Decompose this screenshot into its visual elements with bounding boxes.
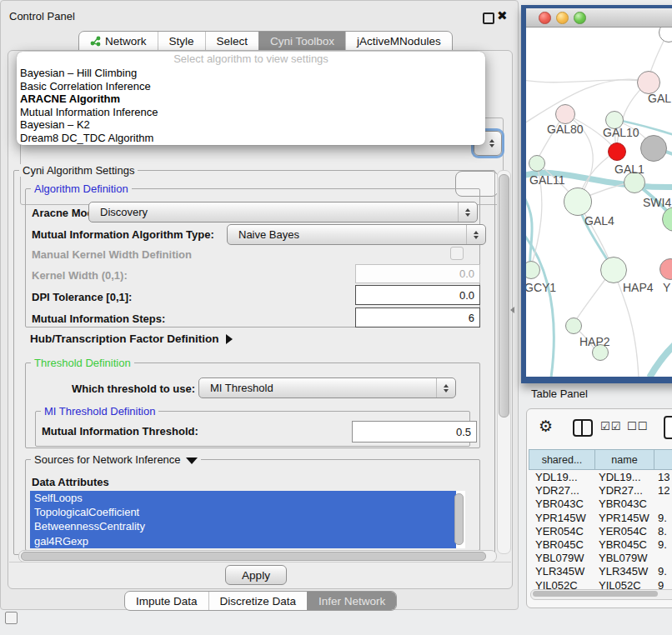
algorithm-option[interactable]: Bayesian – K2 (17, 118, 485, 132)
tab-discretize-data[interactable]: Discretize Data (208, 592, 308, 610)
table-cell[interactable]: 9. (654, 512, 672, 525)
attribute-item-selected[interactable]: BetweennessCentrality (30, 519, 456, 533)
settings-vertical-scrollbar[interactable] (497, 170, 511, 554)
table-cell[interactable] (654, 552, 672, 565)
table-cell[interactable]: 9. (654, 565, 672, 578)
kernel-width-input[interactable]: 0.0 (355, 264, 480, 283)
table-cell[interactable]: YPR145W (529, 512, 594, 525)
network-node[interactable] (555, 104, 575, 124)
combo-value: Naive Bayes (238, 228, 299, 241)
tab-label: Style (169, 35, 194, 48)
algorithm-option[interactable]: Bayesian – Hill Climbing (17, 67, 485, 80)
table-cell[interactable]: 9. (654, 538, 672, 552)
network-node[interactable] (565, 318, 582, 334)
table-row[interactable]: YBR043C YBR043C (529, 498, 672, 511)
table-cell[interactable]: YBL079W (594, 552, 654, 565)
network-node[interactable] (600, 257, 627, 283)
network-node[interactable] (529, 155, 545, 172)
which-threshold-select[interactable]: MI Threshold (198, 378, 456, 398)
dpi-tolerance-input[interactable]: 0.0 (355, 285, 480, 305)
tab-style[interactable]: Style (158, 32, 205, 51)
algorithm-definition-title: Algorithm Definition (31, 182, 132, 195)
collapse-down-icon[interactable] (186, 458, 198, 464)
algorithm-option[interactable]: Mutual Information Inference (17, 106, 485, 119)
table-cell[interactable]: YDR27... (594, 484, 654, 498)
table-row[interactable]: YDL19... YDL19... 13 (529, 471, 672, 484)
network-node[interactable] (640, 135, 667, 162)
tab-infer-network[interactable]: Infer Network (307, 592, 396, 610)
close-icon[interactable]: ✖ (497, 8, 508, 23)
hub-definition-expander[interactable]: Hub/Transcription Factor Definition (30, 332, 233, 345)
tab-jactivemnodules[interactable]: jActiveMNodules (345, 32, 452, 51)
table-cell[interactable]: YDL19... (594, 471, 654, 484)
screen: Control Panel ✖ Network Style Select Cyn… (0, 0, 672, 635)
table-cell[interactable]: YBL079W (529, 552, 594, 565)
network-window-titlebar[interactable] (526, 8, 672, 28)
column-header[interactable]: shared... (529, 449, 595, 470)
algorithm-option[interactable]: Dream8 DC_TDC Algorithm (17, 132, 485, 145)
table-cell[interactable] (654, 498, 672, 511)
mi-steps-input[interactable]: 6 (355, 308, 480, 328)
panel-collapse-icon[interactable] (5, 612, 18, 624)
settings-group-title: Cyni Algorithm Settings (19, 164, 138, 177)
table-cell[interactable]: YLR345W (529, 565, 594, 578)
table-horizontal-scrollbar[interactable] (530, 589, 672, 600)
gear-icon[interactable]: ⚙ (539, 417, 553, 436)
manual-kernel-width-checkbox[interactable] (450, 247, 464, 260)
table-cell[interactable]: YPR145W (594, 512, 654, 525)
scrollbar-thumb[interactable] (533, 591, 658, 597)
network-node[interactable] (637, 71, 660, 94)
list-scrollbar-thumb[interactable] (454, 493, 464, 545)
table-cell[interactable]: YDL19... (529, 471, 594, 484)
attribute-item-selected[interactable]: gal4RGexp (30, 534, 456, 548)
attribute-item-selected[interactable]: SelfLoops (30, 491, 456, 505)
float-window-icon[interactable] (483, 12, 494, 24)
zoom-traffic-light-icon[interactable] (574, 12, 586, 24)
table-cell[interactable]: YER054C (529, 525, 594, 538)
tab-cyni-toolbox[interactable]: Cyni Toolbox (258, 32, 345, 51)
table-cell[interactable]: YLR345W (594, 565, 654, 578)
data-attributes-list[interactable]: SelfLoops TopologicalCoefficient Between… (30, 491, 465, 548)
table-row[interactable]: YPR145W YPR145W 9. (529, 512, 672, 525)
tab-select[interactable]: Select (205, 32, 259, 51)
table-row[interactable]: YER054C YER054C 8. (529, 525, 672, 538)
table-row[interactable]: YBL079W YBL079W (529, 552, 672, 565)
network-node[interactable] (564, 188, 592, 216)
network-node-selected[interactable] (608, 142, 626, 161)
table-row[interactable]: YBR045C YBR045C 9. (529, 538, 672, 552)
attribute-item-selected[interactable]: TopologicalCoefficient (30, 505, 456, 519)
splitter-collapse-icon[interactable] (510, 307, 514, 313)
table-row[interactable]: YDR27... YDR27... 12 (529, 484, 672, 498)
table-cell[interactable]: YBR043C (529, 498, 594, 511)
table-cell[interactable]: YBR045C (594, 538, 654, 552)
minimize-traffic-light-icon[interactable] (556, 12, 569, 24)
tab-impute-data[interactable]: Impute Data (125, 592, 208, 610)
table-cell[interactable]: 8. (654, 525, 672, 538)
columns-icon[interactable] (573, 419, 593, 437)
close-traffic-light-icon[interactable] (539, 12, 551, 24)
table-cell[interactable]: 12 (654, 484, 672, 498)
column-header[interactable]: name (595, 449, 654, 470)
column-header[interactable] (654, 449, 672, 470)
table-cell[interactable]: 13 (654, 471, 672, 484)
aracne-mode-select[interactable]: Discovery (88, 202, 478, 222)
select-all-columns-icon[interactable]: ☑☑ (600, 420, 621, 432)
algorithm-option[interactable]: Basic Correlation Inference (17, 80, 485, 93)
new-column-icon[interactable] (664, 416, 672, 439)
table-cell[interactable]: YER054C (594, 525, 654, 538)
settings-horizontal-scrollbar[interactable] (18, 550, 497, 562)
tab-network[interactable]: Network (79, 32, 158, 51)
apply-button[interactable]: Apply (225, 565, 287, 585)
table-cell[interactable]: YBR043C (594, 498, 654, 511)
scrollbar-thumb[interactable] (21, 552, 486, 561)
mi-threshold-input[interactable]: 0.5 (352, 421, 477, 442)
network-canvas[interactable]: GAL GAL80 GAL10 GAL1 SWI4 GAL11 GAL4 GCY… (526, 28, 672, 377)
tab-label: Infer Network (318, 595, 385, 608)
table-cell[interactable]: YDR27... (529, 484, 594, 498)
mi-algorithm-type-select[interactable]: Naive Bayes (227, 224, 486, 245)
scrollbar-thumb[interactable] (499, 174, 509, 418)
table-cell[interactable]: YBR045C (529, 538, 594, 552)
deselect-all-columns-icon[interactable]: ☐☐ (627, 420, 648, 432)
algorithm-option-selected[interactable]: ARACNE Algorithm (17, 92, 485, 106)
table-row[interactable]: YLR345W YLR345W 9. (529, 565, 672, 578)
